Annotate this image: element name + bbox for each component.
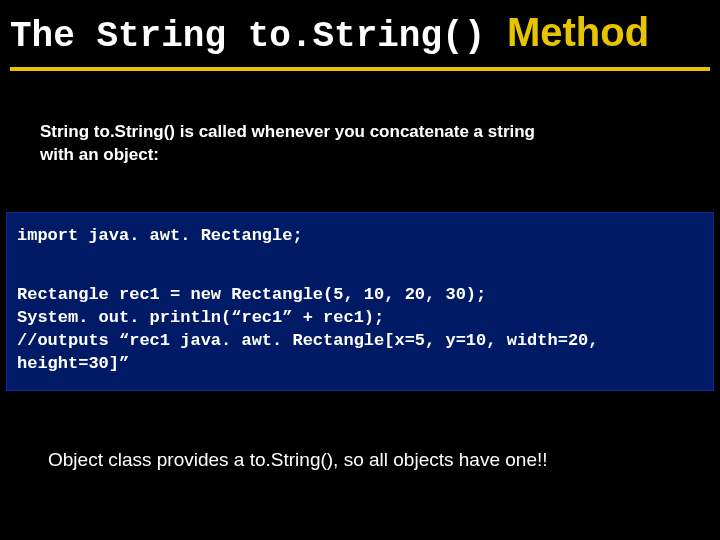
code-line-4: //outputs “rec1 java. awt. Rectangle[x=5… <box>17 331 609 373</box>
footer-text: Object class provides a to.String(), so … <box>0 391 720 471</box>
slide: The String to.String() Method String to.… <box>0 0 720 540</box>
title-wrap: The String to.String() Method <box>0 0 720 63</box>
slide-title: The String to.String() Method <box>10 16 649 57</box>
code-line-2: Rectangle rec1 = new Rectangle(5, 10, 20… <box>17 285 486 304</box>
title-code-part: The String to.String() <box>10 16 485 57</box>
lead-text: String to.String() is called whenever yo… <box>0 71 600 167</box>
code-gap <box>17 248 703 284</box>
code-block: import java. awt. Rectangle; Rectangle r… <box>6 212 714 391</box>
code-line-3: System. out. println(“rec1” + rec1); <box>17 308 384 327</box>
code-line-1: import java. awt. Rectangle; <box>17 226 303 245</box>
title-method-word: Method <box>507 10 649 54</box>
